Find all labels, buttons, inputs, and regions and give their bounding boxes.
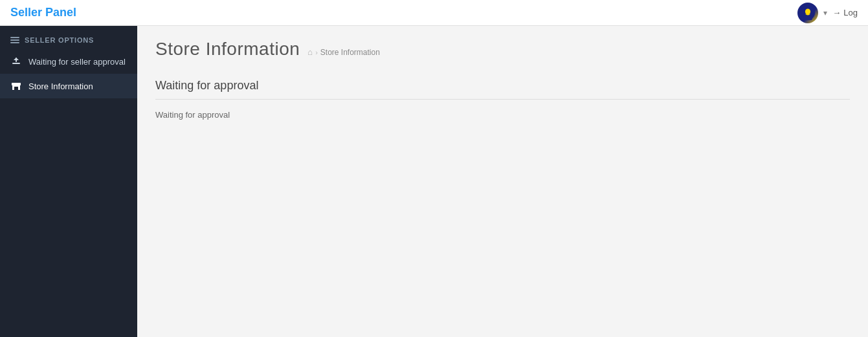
sidebar-item-waiting-for-seller-approval[interactable]: Waiting for seller approval: [0, 49, 137, 74]
section-heading: Waiting for approval: [155, 79, 850, 100]
page-title: Store Information: [155, 39, 300, 60]
user-dropdown-arrow[interactable]: ▾: [823, 8, 827, 17]
sidebar-item-store-information[interactable]: Store Information: [0, 74, 137, 98]
content-area: Waiting for approval Waiting for approva…: [137, 66, 868, 133]
svg-rect-3: [12, 63, 20, 64]
upload-icon: [10, 56, 22, 67]
breadcrumb-home-icon: ⌂: [307, 47, 313, 57]
sidebar-item-label: Waiting for seller approval: [28, 57, 126, 67]
navbar: Seller Panel ▾ → Log: [0, 0, 868, 26]
breadcrumb-current: Store Information: [320, 48, 380, 57]
sidebar: SELLER OPTIONS Waiting for seller approv…: [0, 26, 137, 337]
svg-rect-8: [14, 87, 18, 90]
breadcrumb: ⌂ › Store Information: [307, 47, 380, 57]
svg-rect-9: [12, 83, 21, 85]
logout-button[interactable]: → Log: [832, 8, 858, 17]
logout-icon: →: [832, 8, 841, 17]
logout-label: Log: [843, 8, 858, 17]
body-text: Waiting for approval: [155, 110, 850, 120]
svg-marker-5: [14, 58, 19, 60]
store-icon: [10, 80, 22, 92]
sidebar-section-title: SELLER OPTIONS: [0, 26, 137, 49]
page-title-row: Store Information ⌂ › Store Information: [155, 39, 850, 60]
sidebar-item-label: Store Information: [28, 82, 93, 91]
svg-point-1: [805, 8, 810, 14]
menu-icon: [10, 37, 19, 43]
breadcrumb-separator: ›: [315, 49, 318, 56]
main-content: Store Information ⌂ › Store Information …: [137, 26, 868, 337]
page-header: Store Information ⌂ › Store Information: [137, 26, 868, 66]
brand-link[interactable]: Seller Panel: [10, 6, 76, 19]
layout: SELLER OPTIONS Waiting for seller approv…: [0, 26, 868, 337]
user-avatar[interactable]: [797, 3, 818, 23]
navbar-right: ▾ → Log: [797, 3, 858, 23]
